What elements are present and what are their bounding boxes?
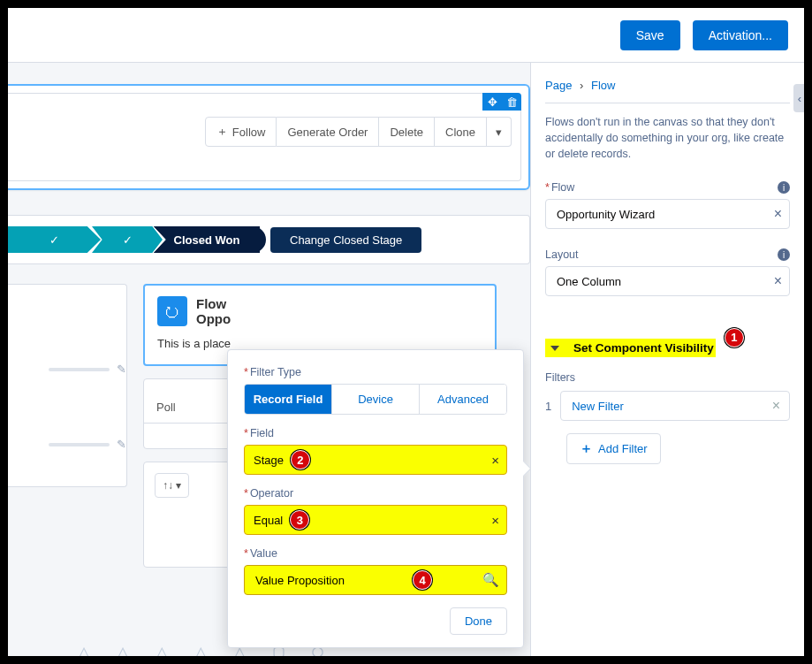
filter-pill-new[interactable]: New Filter × bbox=[560, 391, 790, 421]
flow-label: Flow bbox=[551, 181, 574, 194]
activation-button[interactable]: Activation... bbox=[693, 20, 788, 50]
clone-button[interactable]: Clone bbox=[435, 117, 487, 147]
field-label: Field bbox=[250, 427, 274, 439]
delete-button[interactable]: Delete bbox=[379, 117, 435, 147]
component-handle[interactable]: ✥ 🗑 bbox=[482, 93, 521, 111]
pencil-icon: ✎ bbox=[117, 363, 126, 376]
breadcrumb: Page › Flow bbox=[545, 79, 790, 92]
breadcrumb-page[interactable]: Page bbox=[545, 79, 572, 92]
value-input[interactable]: 4 🔍 bbox=[244, 565, 507, 595]
sort-button[interactable]: ↑↓ ▾ bbox=[155, 473, 189, 498]
properties-sidebar: ‹ Page › Flow Flows don't run in the can… bbox=[530, 63, 804, 656]
left-component-slot[interactable]: ✎ ✎ bbox=[8, 284, 127, 487]
tab-advanced[interactable]: Advanced bbox=[419, 385, 506, 414]
change-closed-stage-button[interactable]: Change Closed Stage bbox=[270, 227, 421, 253]
clear-icon[interactable]: × bbox=[491, 453, 499, 468]
filters-label: Filters bbox=[545, 371, 790, 384]
chevron-down-icon: ▾ bbox=[496, 126, 502, 139]
check-icon: ✓ bbox=[49, 233, 59, 247]
pencil-icon: ✎ bbox=[117, 438, 126, 451]
flow-select[interactable]: Opportunity Wizard × bbox=[545, 199, 790, 229]
chevron-down-icon bbox=[550, 346, 559, 351]
done-button[interactable]: Done bbox=[450, 607, 507, 635]
filter-type-label: Filter Type bbox=[250, 366, 301, 378]
field-input[interactable]: Stage2 × bbox=[244, 445, 507, 475]
delete-icon[interactable]: 🗑 bbox=[502, 93, 521, 111]
annotation-badge-4: 4 bbox=[413, 570, 432, 590]
follow-button[interactable]: ＋Follow bbox=[205, 117, 277, 147]
search-icon[interactable]: 🔍 bbox=[482, 572, 499, 588]
tab-device[interactable]: Device bbox=[331, 385, 419, 414]
set-component-visibility-header[interactable]: Set Component Visibility bbox=[545, 339, 716, 357]
operator-label: Operator bbox=[250, 487, 293, 500]
generate-order-button[interactable]: Generate Order bbox=[277, 117, 379, 147]
check-icon: ✓ bbox=[123, 233, 133, 247]
move-icon[interactable]: ✥ bbox=[482, 93, 502, 111]
annotation-badge-2: 2 bbox=[291, 450, 310, 469]
sidebar-collapse-icon[interactable]: ‹ bbox=[793, 84, 804, 112]
tab-record-field[interactable]: Record Field bbox=[245, 385, 331, 414]
info-icon[interactable]: i bbox=[778, 248, 790, 261]
plus-icon: ＋ bbox=[216, 124, 228, 140]
filter-type-tabs: Record Field Device Advanced bbox=[244, 384, 507, 415]
remove-filter-icon[interactable]: × bbox=[772, 398, 780, 414]
breadcrumb-flow[interactable]: Flow bbox=[591, 79, 615, 92]
save-button[interactable]: Save bbox=[620, 20, 680, 50]
filter-popover: *Filter Type Record Field Device Advance… bbox=[227, 349, 524, 648]
layout-select[interactable]: One Column × bbox=[545, 266, 790, 296]
value-label: Value bbox=[250, 547, 277, 560]
clear-icon[interactable]: × bbox=[774, 206, 782, 222]
record-action-bar: ＋Follow Generate Order Delete Clone ▾ bbox=[205, 117, 512, 147]
highlights-panel[interactable]: ✥ 🗑 ＋Follow Generate Order Delete Clone … bbox=[8, 84, 530, 190]
tab-poll[interactable]: Poll bbox=[144, 392, 188, 423]
filter-index: 1 bbox=[545, 400, 551, 413]
annotation-badge-3: 3 bbox=[290, 510, 309, 530]
flow-placeholder-text: This is a place bbox=[157, 337, 482, 350]
top-toolbar: Save Activation... bbox=[8, 8, 804, 63]
clear-icon[interactable]: × bbox=[491, 513, 499, 528]
more-actions-button[interactable]: ▾ bbox=[487, 117, 512, 147]
clear-icon[interactable]: × bbox=[774, 273, 782, 289]
info-icon[interactable]: i bbox=[778, 181, 790, 194]
add-filter-button[interactable]: ＋ Add Filter bbox=[566, 433, 661, 464]
flow-info-text: Flows don't run in the canvas so that th… bbox=[545, 114, 790, 162]
layout-label: Layout bbox=[545, 248, 579, 261]
flow-icon: ⭮ bbox=[157, 296, 187, 326]
builder-canvas: ‹ ✥ 🗑 ＋Follow Generate Order Delete Clon… bbox=[8, 63, 530, 656]
annotation-badge-1: 1 bbox=[725, 328, 744, 347]
operator-input[interactable]: Equal3 × bbox=[244, 505, 507, 535]
path-component[interactable]: ✓ ✓ Closed Won Change Closed Stage bbox=[8, 215, 530, 264]
path-stage-closed-won[interactable]: Closed Won bbox=[174, 233, 240, 247]
plus-icon: ＋ bbox=[580, 440, 593, 457]
